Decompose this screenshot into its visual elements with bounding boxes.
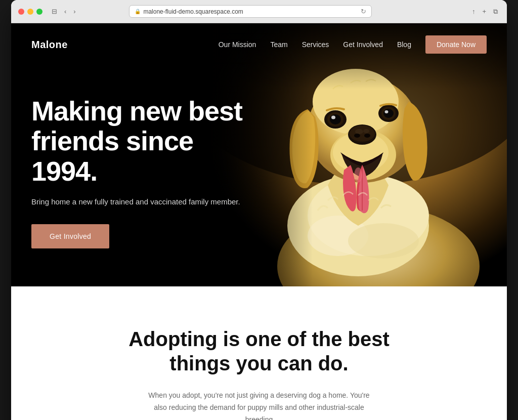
browser-window: ⊟ ‹ › 🔒 malone-fluid-demo.squarespace.co… [11, 0, 507, 420]
get-involved-button[interactable]: Get Involved [31, 224, 109, 248]
navbar: Malone Our Mission Team Services Get Inv… [11, 23, 507, 66]
nav-link-blog[interactable]: Blog [397, 40, 411, 49]
hero-content: Making new best friends since 1994. Brin… [11, 66, 274, 284]
address-bar[interactable]: 🔒 malone-fluid-demo.squarespace.com ↻ [129, 5, 372, 18]
tabs-button[interactable]: ⧉ [491, 7, 500, 17]
nav-link-our-mission[interactable]: Our Mission [219, 40, 256, 49]
browser-chrome: ⊟ ‹ › 🔒 malone-fluid-demo.squarespace.co… [11, 0, 507, 23]
nav-links: Our Mission Team Services Get Involved B… [219, 35, 487, 54]
site-logo[interactable]: Malone [31, 39, 68, 51]
maximize-button[interactable] [36, 9, 42, 15]
nav-link-team[interactable]: Team [270, 40, 287, 49]
share-button[interactable]: ↑ [470, 7, 478, 16]
reload-icon[interactable]: ↻ [361, 8, 366, 15]
forward-button[interactable]: › [71, 7, 77, 16]
lock-icon: 🔒 [135, 9, 141, 14]
back-button[interactable]: ‹ [62, 7, 68, 16]
minimize-button[interactable] [27, 9, 33, 15]
section-text: When you adopt, you're not just giving a… [148, 390, 370, 420]
donate-button[interactable]: Donate Now [425, 35, 487, 54]
browser-nav-controls: ⊟ ‹ › [50, 7, 78, 16]
add-tab-button[interactable]: + [480, 7, 488, 16]
adopt-section: Adopting is one of the best things you c… [11, 286, 507, 420]
website-content: Malone Our Mission Team Services Get Inv… [11, 23, 507, 420]
close-button[interactable] [18, 9, 24, 15]
hero-subtitle: Bring home a new fully trained and vacci… [31, 196, 254, 208]
section-title: Adopting is one of the best things you c… [127, 327, 391, 375]
nav-link-get-involved[interactable]: Get Involved [343, 40, 383, 49]
browser-action-buttons: ↑ + ⧉ [470, 7, 500, 17]
window-view-button[interactable]: ⊟ [50, 7, 59, 16]
hero-title: Making new best friends since 1994. [31, 96, 254, 186]
nav-link-services[interactable]: Services [302, 40, 329, 49]
traffic-lights [18, 9, 42, 15]
url-text: malone-fluid-demo.squarespace.com [143, 8, 243, 15]
hero-section: Malone Our Mission Team Services Get Inv… [11, 23, 507, 286]
